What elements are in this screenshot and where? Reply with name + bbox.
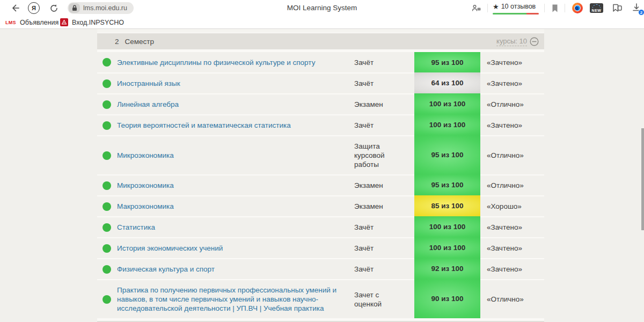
courses-count-label: курсы: 10 — [496, 37, 527, 46]
course-status-dot — [103, 151, 111, 160]
table-row: Физическая культура и спорт Зачёт 92 из … — [97, 258, 544, 279]
table-row: Микроэкономика Защита курсовой работы 95… — [97, 135, 544, 174]
toolbar-divider — [487, 4, 488, 12]
grade-text: «Отлично» — [480, 174, 544, 195]
grade-text: «Зачтено» — [480, 216, 544, 237]
score-badge: 90 из 100 — [414, 279, 480, 318]
reviews-rating-bar — [493, 13, 539, 14]
bookmark-item-login[interactable]: Вход.INPSYCHO — [60, 16, 124, 28]
grades-table: 2 Семестр курсы: 10 Элективные дисциплин… — [97, 29, 544, 322]
course-link[interactable]: Микроэкономика — [117, 174, 354, 195]
assessment-type: Зачёт — [354, 52, 414, 72]
course-link[interactable]: Линейная алгебра — [117, 93, 354, 114]
grade-text: «Отлично» — [480, 135, 544, 174]
assessment-type: Защита курсовой работы — [354, 135, 414, 174]
course-link[interactable]: Теория вероятностей и математическая ста… — [117, 114, 354, 135]
assessment-type: Зачёт — [354, 258, 414, 279]
course-link[interactable]: Микроэкономика — [117, 135, 354, 174]
table-row: Элективные дисциплины по физической куль… — [97, 52, 544, 72]
table-row: История экономических учений Зачёт 100 и… — [97, 237, 544, 258]
table-row: Микроэкономика Экзамен 95 из 100 «Отличн… — [97, 174, 544, 195]
assessment-type: Экзамен — [354, 93, 414, 114]
course-link[interactable]: Физическая культура и спорт — [117, 258, 354, 279]
back-icon[interactable] — [10, 3, 20, 13]
grade-text: «Отлично» — [480, 93, 544, 114]
table-row: Статистика Зачёт 100 из 100 «Зачтено» — [97, 216, 544, 237]
course-status-dot — [103, 202, 111, 211]
refresh-icon[interactable] — [48, 3, 59, 13]
course-status-dot — [103, 100, 111, 109]
score-badge: 95 из 100 — [414, 174, 480, 195]
assessment-type: Зачёт — [354, 237, 414, 258]
toolbar-divider — [544, 4, 545, 12]
bookmark-item-announcements[interactable]: LMS Объявления — [5, 16, 58, 28]
bookmarks-bar: LMS Объявления Вход.INPSYCHO — [0, 16, 644, 29]
table-row: Макроэкономика Экзамен 85 из 100 «Хорошо… — [97, 195, 544, 216]
score-badge: 85 из 100 — [414, 195, 480, 216]
course-status-dot — [103, 223, 111, 232]
yandex-browser-icon[interactable]: Я — [28, 2, 40, 14]
assessment-type: Экзамен — [354, 195, 414, 216]
grade-text: «Хорошо» — [480, 195, 544, 216]
star-icon: ★ — [493, 3, 499, 10]
site-reviews[interactable]: ★ 10 отзывов — [493, 3, 539, 10]
assessment-type: Зачет с оценкой — [354, 279, 414, 318]
grade-text: «Зачтено» — [480, 258, 544, 279]
assessment-type: Экзамен — [354, 174, 414, 195]
grade-text: «Отлично» — [480, 279, 544, 318]
browser-toolbar: Я lms.moi.edu.ru MOI Learning System ★ 1… — [0, 0, 644, 16]
course-status-dot — [103, 265, 111, 274]
score-badge: 100 из 100 — [414, 216, 480, 237]
lms-page-content: 2 Семестр курсы: 10 Элективные дисциплин… — [0, 29, 644, 322]
score-badge: 95 из 100 — [414, 135, 480, 174]
table-row: Теория вероятностей и математическая ста… — [97, 114, 544, 135]
course-status-dot — [103, 58, 111, 67]
course-link[interactable]: История экономических учений — [117, 237, 354, 258]
collapse-minus-icon[interactable] — [530, 37, 539, 46]
extension-circle-icon[interactable] — [572, 3, 583, 13]
scrollbar-thumb[interactable] — [641, 128, 644, 230]
course-status-dot — [103, 181, 111, 190]
bookmark-icon[interactable] — [550, 3, 560, 13]
course-status-dot — [103, 295, 111, 304]
assessment-type: Зачёт — [354, 114, 414, 135]
grade-text: «Зачтено» — [480, 237, 544, 258]
url-text: lms.moi.edu.ru — [83, 4, 127, 12]
address-bar[interactable]: lms.moi.edu.ru — [68, 2, 134, 14]
lms-favicon: LMS — [5, 20, 16, 25]
new-tab-extension-icon[interactable]: NEW — [590, 3, 603, 13]
assessment-type: Зачёт — [354, 72, 414, 93]
grade-text: «Зачтено» — [480, 52, 544, 72]
course-status-dot — [103, 79, 111, 88]
semester-label: Семестр — [125, 38, 155, 46]
course-link[interactable]: Статистика — [117, 216, 354, 237]
course-link[interactable]: Элективные дисциплины по физической куль… — [117, 52, 354, 72]
score-badge: 100 из 100 — [414, 93, 480, 114]
table-row: Иностранный язык Зачёт 64 из 100 «Зачтен… — [97, 72, 544, 93]
course-status-dot — [103, 244, 111, 253]
table-row: Линейная алгебра Экзамен 100 из 100 «Отл… — [97, 93, 544, 114]
score-badge: 100 из 100 — [414, 114, 480, 135]
score-badge: 100 из 100 — [414, 237, 480, 258]
grade-text: «Зачтено» — [480, 72, 544, 93]
score-badge: 92 из 100 — [414, 258, 480, 279]
feedback-icon[interactable] — [471, 3, 482, 13]
course-link[interactable]: Практика по получению первичных професси… — [117, 279, 354, 318]
course-link[interactable]: Иностранный язык — [117, 72, 354, 93]
downloads-icon[interactable]: 2 — [632, 3, 643, 14]
course-rows: Элективные дисциплины по физической куль… — [97, 52, 544, 318]
reviews-count-label: 10 отзывов — [501, 3, 536, 10]
page-title: MOI Learning System — [161, 4, 483, 12]
table-row: Практика по получению первичных професси… — [97, 279, 544, 318]
score-badge: 95 из 100 — [414, 52, 480, 72]
toolbar-divider — [565, 4, 565, 12]
semester-2-header[interactable]: 2 Семестр курсы: 10 — [97, 33, 544, 49]
collections-icon[interactable] — [612, 3, 623, 13]
course-link[interactable]: Макроэкономика — [117, 195, 354, 216]
downloads-count-badge: 2 — [638, 9, 644, 16]
grade-text: «Зачтено» — [480, 114, 544, 135]
score-badge: 64 из 100 — [414, 72, 480, 93]
lock-icon[interactable] — [69, 3, 80, 13]
assessment-type: Зачёт — [354, 216, 414, 237]
semester-2-courses-toggle[interactable]: курсы: 10 — [496, 37, 539, 46]
